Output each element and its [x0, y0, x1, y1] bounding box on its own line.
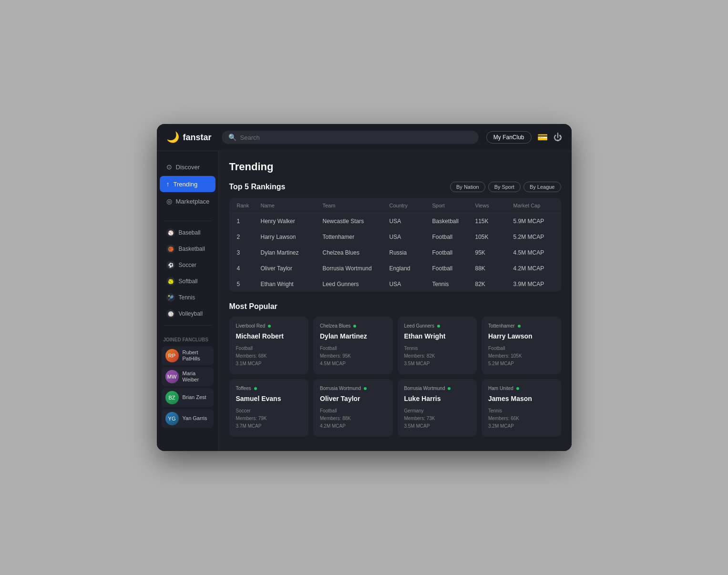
club-dot — [268, 325, 271, 328]
card-club-chelzea: Chelzea Blues — [320, 323, 386, 329]
player-name-michael: Michael Robert — [236, 332, 302, 340]
table-row[interactable]: 2 Harry Lawson Tottenhamer USA Football … — [229, 229, 561, 245]
player-card-dylan-martinez[interactable]: Chelzea Blues Dylan Martinez Football Me… — [313, 317, 393, 374]
softball-icon: 🥎 — [166, 277, 175, 286]
card-club-toffees: Toffees — [236, 386, 302, 391]
club-name-borrusia: Borrusia Wortmund — [320, 386, 361, 391]
sidebar-sports: ⚾ Baseball 🏀 Basketball ⚽ Soccer 🥎 Softb… — [157, 225, 218, 321]
filter-by-sport[interactable]: By Sport — [488, 182, 521, 192]
card-meta-oliver: Football Members: 88K 4.2M MCAP — [320, 407, 386, 430]
cell-country-3: Russia — [390, 249, 432, 256]
tennis-icon: 🎾 — [166, 293, 175, 302]
joined-name-brian: Brian Zest — [183, 394, 206, 400]
main-content: Trending Top 5 Rankings By Nation By Spo… — [219, 151, 572, 451]
table-row[interactable]: 5 Ethan Wright Leed Gunners USA Tennis 8… — [229, 277, 561, 292]
sidebar-sport-softball[interactable]: 🥎 Softball — [160, 274, 215, 289]
joined-name-maria: Maria Weiber — [183, 370, 210, 383]
avatar-yan: YG — [165, 412, 179, 425]
table-row[interactable]: 4 Oliver Taylor Borrusia Wortmund Englan… — [229, 261, 561, 277]
card-club-borrusia2: Borrusia Wortmund — [404, 386, 471, 391]
sidebar-item-discover[interactable]: ⊙ Discover — [160, 159, 215, 175]
baseball-label: Baseball — [179, 229, 201, 236]
cell-sport-4: Football — [432, 265, 475, 272]
cell-country-1: USA — [390, 218, 432, 225]
cell-team-2: Tottenhamer — [323, 234, 390, 240]
filter-by-league[interactable]: By League — [523, 182, 561, 192]
col-views: Views — [475, 203, 513, 208]
card-meta-james: Tennis Members: 66K 3.2M MCAP — [488, 407, 554, 430]
joined-item-yan[interactable]: YG Yan Garris — [162, 409, 214, 428]
sidebar-sport-baseball[interactable]: ⚾ Baseball — [160, 225, 215, 240]
sidebar-sport-tennis[interactable]: 🎾 Tennis — [160, 290, 215, 305]
sidebar-item-trending[interactable]: ↑ Trending — [160, 176, 215, 192]
search-icon: 🔍 — [228, 133, 236, 141]
cell-name-1: Henry Walker — [261, 218, 323, 225]
player-name-oliver: Oliver Taylor — [320, 395, 386, 402]
cell-sport-3: Football — [432, 249, 475, 256]
club-name-toffees: Toffees — [236, 386, 251, 391]
col-country: Country — [390, 203, 432, 208]
sidebar-sport-basketball[interactable]: 🏀 Basketball — [160, 241, 215, 257]
card-meta-luke: Germany Members: 73K 3.5M MCAP — [404, 407, 471, 430]
sidebar-divider — [164, 221, 212, 221]
power-icon-button[interactable]: ⏻ — [554, 133, 562, 143]
cell-rank-1: 1 — [237, 218, 261, 225]
cell-name-4: Oliver Taylor — [261, 265, 323, 272]
cell-mcap-2: 5.2M MCAP — [513, 234, 561, 240]
cell-mcap-3: 4.5M MCAP — [513, 249, 561, 256]
card-meta-samuel: Soccer Members: 79K 3.7M MCAP — [236, 407, 302, 430]
player-card-luke-harris[interactable]: Borrusia Wortmund Luke Harris Germany Me… — [398, 379, 477, 437]
club-dot — [448, 387, 451, 390]
rankings-section-header: Top 5 Rankings By Nation By Sport By Lea… — [229, 182, 561, 192]
cell-mcap-5: 3.9M MCAP — [513, 281, 561, 288]
cell-views-3: 95K — [475, 249, 513, 256]
cell-country-4: England — [390, 265, 432, 272]
sidebar-nav: ⊙ Discover ↑ Trending ◎ Marketplace — [157, 159, 218, 209]
sidebar-sport-soccer[interactable]: ⚽ Soccer — [160, 257, 215, 273]
player-card-james-mason[interactable]: Ham United James Mason Tennis Members: 6… — [482, 379, 561, 437]
col-team: Team — [323, 203, 390, 208]
club-name-ham: Ham United — [488, 386, 513, 391]
search-input[interactable] — [240, 134, 472, 141]
basketball-label: Basketball — [179, 246, 205, 252]
player-card-ethan-wright[interactable]: Leed Gunners Ethan Wright Tennis Members… — [398, 317, 477, 374]
cell-sport-1: Basketball — [432, 218, 475, 225]
search-bar[interactable]: 🔍 — [222, 131, 479, 144]
table-row[interactable]: 3 Dylan Martinez Chelzea Blues Russia Fo… — [229, 245, 561, 261]
cell-country-2: USA — [390, 234, 432, 240]
joined-item-maria[interactable]: MW Maria Weiber — [162, 367, 214, 386]
club-name-tottenham: Tottenhamer — [488, 323, 515, 329]
logo: 🌙 fanstar — [166, 131, 214, 144]
club-dot — [437, 325, 440, 328]
cell-rank-3: 3 — [237, 249, 261, 256]
wallet-icon-button[interactable]: 💳 — [537, 132, 548, 143]
col-rank: Rank — [237, 203, 261, 208]
card-meta-michael: Football Members: 68K 3.1M MCAP — [236, 345, 302, 368]
header-actions: My FanClub 💳 ⏻ — [486, 131, 562, 144]
sidebar-divider-2 — [164, 325, 212, 326]
player-name-james: James Mason — [488, 395, 554, 402]
club-name-chelzea: Chelzea Blues — [320, 323, 350, 329]
club-name-borrusia2: Borrusia Wortmund — [404, 386, 445, 391]
sidebar-item-marketplace[interactable]: ◎ Marketplace — [160, 193, 215, 209]
rankings-table: Rank Name Team Country Sport Views Marke… — [229, 198, 561, 292]
player-card-samuel-evans[interactable]: Toffees Samuel Evans Soccer Members: 79K… — [229, 379, 309, 437]
club-dot — [254, 387, 257, 390]
joined-item-brian[interactable]: BZ Brian Zest — [162, 388, 214, 407]
player-card-harry-lawson[interactable]: Tottenhamer Harry Lawson Football Member… — [482, 317, 561, 374]
filter-by-nation[interactable]: By Nation — [450, 182, 485, 192]
header: 🌙 fanstar 🔍 My FanClub 💳 ⏻ — [157, 124, 572, 151]
player-card-michael-robert[interactable]: Liverbool Red Michael Robert Football Me… — [229, 317, 309, 374]
card-meta-harry: Football Members: 105K 5.2M MCAP — [488, 345, 554, 368]
my-fanclub-button[interactable]: My FanClub — [486, 131, 532, 144]
table-row[interactable]: 1 Henry Walker Newcastle Stars USA Baske… — [229, 214, 561, 229]
sidebar-discover-label: Discover — [176, 164, 200, 171]
player-card-oliver-taylor[interactable]: Borrusia Wortmund Oliver Taylor Football… — [313, 379, 393, 437]
player-name-harry: Harry Lawson — [488, 332, 554, 340]
cell-rank-2: 2 — [237, 234, 261, 240]
cell-mcap-1: 5.9M MCAP — [513, 218, 561, 225]
joined-item-rubert[interactable]: RP Rubert PatHills — [162, 346, 214, 365]
popular-section-title: Most Popular — [229, 302, 277, 311]
sidebar-sport-volleyball[interactable]: 🏐 Volleyball — [160, 306, 215, 321]
cell-name-3: Dylan Martinez — [261, 249, 323, 256]
